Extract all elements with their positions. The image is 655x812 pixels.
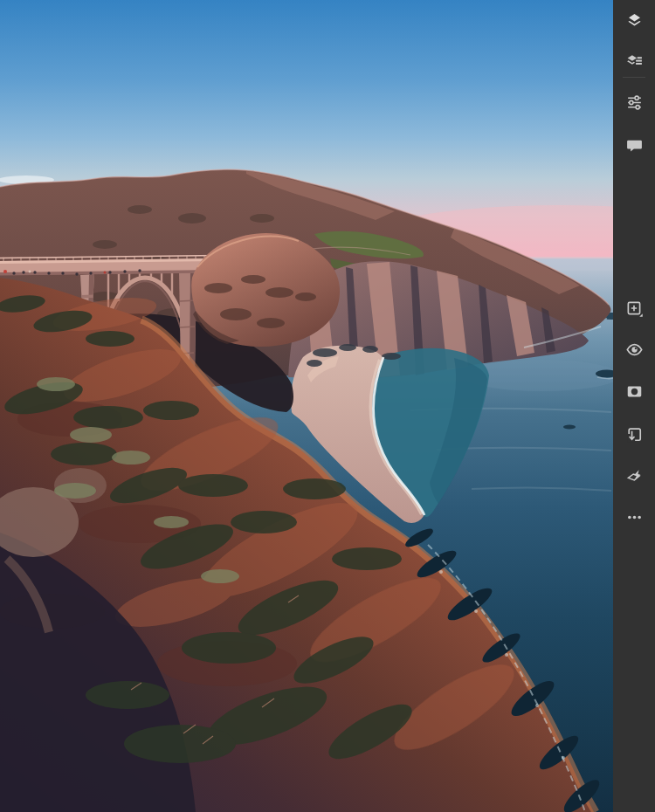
- adjustment-sliders-icon-button[interactable]: [622, 90, 646, 114]
- layer-stack-list-icon-button[interactable]: [622, 49, 646, 73]
- quick-action-lightning-icon: [625, 467, 644, 485]
- quick-action-lightning-icon-button[interactable]: [622, 464, 646, 488]
- sidebar-divider: [623, 77, 645, 78]
- eye-icon-button[interactable]: [622, 337, 646, 361]
- masking-icon-button[interactable]: [622, 379, 646, 403]
- comment-icon-button[interactable]: [622, 133, 646, 157]
- layer-stack-list-icon: [625, 52, 644, 71]
- comment-icon: [625, 136, 644, 155]
- add-box-icon-button[interactable]: [622, 296, 646, 320]
- layers-icon: [625, 11, 644, 30]
- adjustment-sliders-icon: [625, 93, 644, 112]
- app-window: [0, 0, 655, 812]
- layers-icon-button[interactable]: [622, 8, 646, 32]
- photo-canvas[interactable]: [0, 0, 613, 812]
- place-download-icon-button[interactable]: [622, 422, 646, 446]
- add-box-icon: [625, 299, 644, 318]
- place-download-icon: [625, 425, 644, 444]
- photo-illustration: [0, 0, 613, 812]
- more-options-icon: [625, 508, 644, 526]
- tool-sidebar: [613, 0, 655, 812]
- more-options-icon-button[interactable]: [622, 505, 646, 529]
- eye-icon: [625, 341, 644, 359]
- masking-icon: [625, 382, 644, 401]
